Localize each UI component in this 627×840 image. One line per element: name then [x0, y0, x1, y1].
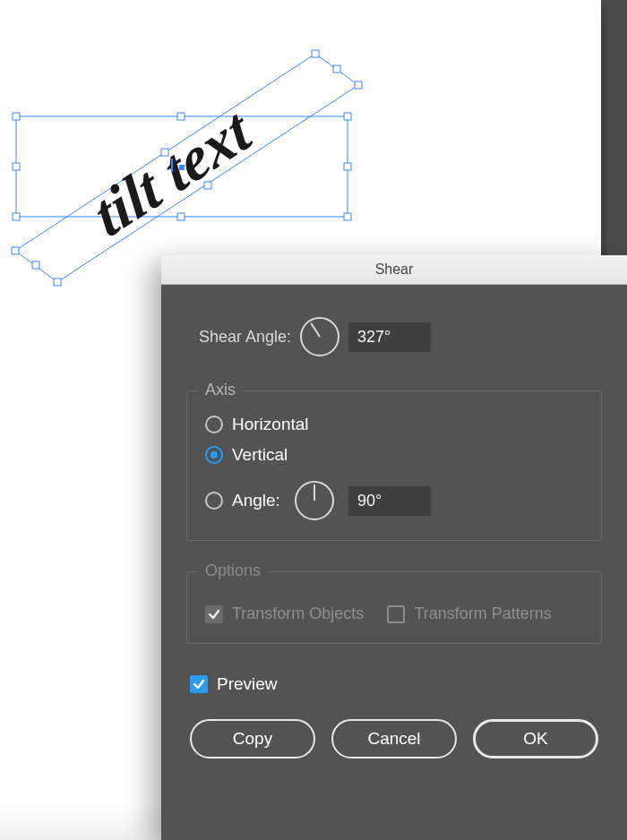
shear-angle-label: Shear Angle: — [199, 328, 291, 347]
shear-guide-box — [12, 50, 362, 286]
axis-vertical-label: Vertical — [232, 445, 288, 465]
selection-handles[interactable] — [13, 113, 351, 220]
svg-rect-3 — [344, 113, 351, 120]
ok-button[interactable]: OK — [473, 719, 598, 759]
cancel-button[interactable]: Cancel — [331, 719, 457, 759]
preview-checkbox[interactable]: Preview — [186, 674, 602, 694]
svg-rect-1 — [13, 113, 20, 120]
shear-angle-input[interactable] — [348, 322, 431, 352]
shear-angle-row: Shear Angle: — [186, 317, 602, 356]
svg-rect-8 — [344, 213, 351, 220]
svg-rect-0 — [16, 116, 348, 217]
angle-dial-icon[interactable] — [295, 481, 334, 520]
axis-group-label: Axis — [198, 381, 243, 399]
svg-rect-11 — [312, 50, 319, 57]
angle-dial-icon[interactable] — [300, 317, 339, 356]
svg-rect-4 — [13, 163, 20, 170]
radio-icon — [205, 416, 223, 433]
copy-button[interactable]: Copy — [190, 719, 315, 759]
dialog-buttons: Copy Cancel OK — [186, 719, 602, 759]
radio-icon — [205, 446, 223, 464]
axis-group: Axis Horizontal Vertical Angle: — [186, 390, 602, 541]
svg-rect-5 — [344, 163, 351, 170]
svg-rect-16 — [204, 182, 211, 189]
svg-rect-13 — [54, 279, 61, 286]
axis-angle-radio[interactable]: Angle: — [205, 481, 583, 520]
preview-label: Preview — [217, 674, 278, 694]
svg-rect-12 — [355, 81, 362, 89]
transform-center[interactable] — [179, 165, 185, 170]
axis-angle-input[interactable] — [348, 486, 431, 516]
transform-patterns-checkbox: Transform Patterns — [387, 604, 551, 623]
radio-icon — [205, 492, 223, 510]
svg-rect-6 — [13, 213, 20, 220]
shear-dialog: Shear Shear Angle: Axis Horizontal Verti… — [161, 255, 627, 840]
axis-horizontal-radio[interactable]: Horizontal — [205, 415, 583, 434]
axis-angle-label: Angle: — [232, 491, 280, 510]
svg-rect-15 — [333, 65, 340, 73]
options-group: Options Transform Objects Transform Patt… — [186, 571, 602, 644]
dialog-body: Shear Angle: Axis Horizontal Vertical An… — [161, 285, 627, 840]
svg-marker-9 — [15, 54, 358, 282]
transform-objects-checkbox: Transform Objects — [205, 604, 364, 623]
checkbox-icon — [205, 605, 223, 623]
axis-horizontal-label: Horizontal — [232, 415, 309, 434]
text-object[interactable]: tilt text — [83, 94, 262, 251]
dialog-titlebar[interactable]: Shear — [161, 255, 627, 285]
svg-rect-7 — [177, 213, 185, 220]
transform-patterns-label: Transform Patterns — [414, 604, 551, 623]
dialog-title: Shear — [375, 261, 414, 278]
svg-rect-2 — [177, 113, 185, 120]
options-group-label: Options — [198, 561, 268, 580]
transform-objects-label: Transform Objects — [232, 604, 364, 623]
svg-rect-14 — [161, 149, 168, 156]
svg-rect-17 — [32, 261, 39, 269]
checkbox-icon — [190, 675, 208, 693]
axis-vertical-radio[interactable]: Vertical — [205, 445, 583, 465]
checkbox-icon — [387, 605, 405, 623]
svg-rect-10 — [12, 247, 19, 254]
